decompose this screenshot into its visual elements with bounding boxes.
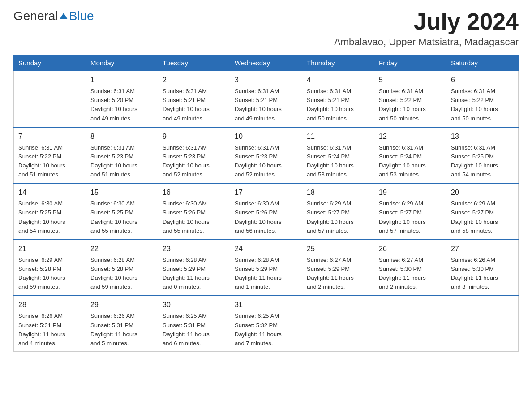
day-number: 25 bbox=[307, 244, 369, 254]
day-info: Sunrise: 6:30 AMSunset: 5:26 PMDaylight:… bbox=[235, 199, 297, 235]
calendar-cell: 19Sunrise: 6:29 AMSunset: 5:27 PMDayligh… bbox=[374, 183, 446, 240]
day-info: Sunrise: 6:29 AMSunset: 5:27 PMDaylight:… bbox=[451, 199, 514, 235]
calendar-cell: 31Sunrise: 6:25 AMSunset: 5:32 PMDayligh… bbox=[230, 295, 302, 351]
day-info: Sunrise: 6:30 AMSunset: 5:25 PMDaylight:… bbox=[18, 199, 81, 235]
day-number: 2 bbox=[163, 75, 225, 86]
day-number: 20 bbox=[451, 187, 514, 198]
day-info: Sunrise: 6:31 AMSunset: 5:21 PMDaylight:… bbox=[163, 87, 225, 123]
calendar-cell: 2Sunrise: 6:31 AMSunset: 5:21 PMDaylight… bbox=[158, 71, 230, 127]
logo: General Blue bbox=[13, 9, 94, 23]
calendar-header-wednesday: Wednesday bbox=[230, 56, 302, 71]
day-number: 23 bbox=[163, 244, 225, 254]
day-info: Sunrise: 6:31 AMSunset: 5:22 PMDaylight:… bbox=[379, 87, 442, 123]
calendar-week-row: 14Sunrise: 6:30 AMSunset: 5:25 PMDayligh… bbox=[14, 183, 519, 240]
day-info: Sunrise: 6:30 AMSunset: 5:25 PMDaylight:… bbox=[90, 199, 153, 235]
calendar-header-sunday: Sunday bbox=[14, 56, 86, 71]
calendar-cell: 30Sunrise: 6:25 AMSunset: 5:31 PMDayligh… bbox=[158, 295, 230, 351]
day-info: Sunrise: 6:25 AMSunset: 5:32 PMDaylight:… bbox=[235, 312, 297, 348]
day-info: Sunrise: 6:31 AMSunset: 5:23 PMDaylight:… bbox=[235, 143, 297, 180]
calendar-cell: 3Sunrise: 6:31 AMSunset: 5:21 PMDaylight… bbox=[230, 71, 302, 127]
day-info: Sunrise: 6:31 AMSunset: 5:20 PMDaylight:… bbox=[90, 87, 153, 123]
title-section: July 2024 Ambalavao, Upper Matsiatra, Ma… bbox=[334, 9, 519, 48]
day-number: 6 bbox=[451, 75, 514, 86]
day-number: 10 bbox=[235, 131, 297, 142]
calendar-cell: 8Sunrise: 6:31 AMSunset: 5:23 PMDaylight… bbox=[86, 127, 158, 184]
day-number: 4 bbox=[307, 75, 369, 86]
day-number: 14 bbox=[18, 187, 81, 198]
day-number: 7 bbox=[18, 131, 81, 142]
calendar-cell: 18Sunrise: 6:29 AMSunset: 5:27 PMDayligh… bbox=[302, 183, 374, 240]
day-info: Sunrise: 6:31 AMSunset: 5:24 PMDaylight:… bbox=[379, 143, 442, 180]
day-number: 5 bbox=[379, 75, 442, 86]
calendar-cell bbox=[302, 295, 374, 351]
calendar-cell: 6Sunrise: 6:31 AMSunset: 5:22 PMDaylight… bbox=[446, 71, 519, 127]
day-info: Sunrise: 6:28 AMSunset: 5:28 PMDaylight:… bbox=[90, 256, 153, 292]
day-info: Sunrise: 6:29 AMSunset: 5:27 PMDaylight:… bbox=[307, 199, 369, 235]
calendar-cell: 16Sunrise: 6:30 AMSunset: 5:26 PMDayligh… bbox=[158, 183, 230, 240]
calendar-cell: 23Sunrise: 6:28 AMSunset: 5:29 PMDayligh… bbox=[158, 240, 230, 296]
day-number: 19 bbox=[379, 187, 442, 198]
calendar-header-monday: Monday bbox=[86, 56, 158, 71]
calendar-cell: 14Sunrise: 6:30 AMSunset: 5:25 PMDayligh… bbox=[14, 183, 86, 240]
day-number: 1 bbox=[90, 75, 153, 86]
calendar-cell: 12Sunrise: 6:31 AMSunset: 5:24 PMDayligh… bbox=[374, 127, 446, 184]
day-info: Sunrise: 6:29 AMSunset: 5:28 PMDaylight:… bbox=[18, 256, 81, 292]
calendar-cell: 4Sunrise: 6:31 AMSunset: 5:21 PMDaylight… bbox=[302, 71, 374, 127]
day-info: Sunrise: 6:26 AMSunset: 5:31 PMDaylight:… bbox=[90, 312, 153, 348]
calendar-cell: 21Sunrise: 6:29 AMSunset: 5:28 PMDayligh… bbox=[14, 240, 86, 296]
day-info: Sunrise: 6:27 AMSunset: 5:30 PMDaylight:… bbox=[379, 256, 442, 292]
day-info: Sunrise: 6:26 AMSunset: 5:31 PMDaylight:… bbox=[18, 312, 81, 348]
day-info: Sunrise: 6:31 AMSunset: 5:21 PMDaylight:… bbox=[307, 87, 369, 123]
calendar-week-row: 28Sunrise: 6:26 AMSunset: 5:31 PMDayligh… bbox=[14, 295, 519, 351]
calendar-cell: 5Sunrise: 6:31 AMSunset: 5:22 PMDaylight… bbox=[374, 71, 446, 127]
day-info: Sunrise: 6:31 AMSunset: 5:24 PMDaylight:… bbox=[307, 143, 369, 180]
calendar-cell bbox=[446, 295, 519, 351]
calendar-week-row: 1Sunrise: 6:31 AMSunset: 5:20 PMDaylight… bbox=[14, 71, 519, 127]
day-info: Sunrise: 6:27 AMSunset: 5:29 PMDaylight:… bbox=[307, 256, 369, 292]
calendar-table: SundayMondayTuesdayWednesdayThursdayFrid… bbox=[13, 55, 519, 352]
calendar-cell: 9Sunrise: 6:31 AMSunset: 5:23 PMDaylight… bbox=[158, 127, 230, 184]
day-number: 3 bbox=[235, 75, 297, 86]
calendar-cell: 27Sunrise: 6:26 AMSunset: 5:30 PMDayligh… bbox=[446, 240, 519, 296]
day-number: 8 bbox=[90, 131, 153, 142]
location-subtitle: Ambalavao, Upper Matsiatra, Madagascar bbox=[334, 36, 519, 48]
day-number: 24 bbox=[235, 244, 297, 254]
day-number: 11 bbox=[307, 131, 369, 142]
month-year-title: July 2024 bbox=[334, 9, 519, 34]
calendar-week-row: 21Sunrise: 6:29 AMSunset: 5:28 PMDayligh… bbox=[14, 240, 519, 296]
day-number: 30 bbox=[163, 300, 225, 310]
logo-general: General bbox=[13, 9, 58, 23]
day-number: 17 bbox=[235, 187, 297, 198]
day-info: Sunrise: 6:31 AMSunset: 5:22 PMDaylight:… bbox=[451, 87, 514, 123]
page-header: General Blue July 2024 Ambalavao, Upper … bbox=[13, 9, 519, 48]
day-info: Sunrise: 6:31 AMSunset: 5:23 PMDaylight:… bbox=[163, 143, 225, 180]
calendar-header-friday: Friday bbox=[374, 56, 446, 71]
calendar-cell: 7Sunrise: 6:31 AMSunset: 5:22 PMDaylight… bbox=[14, 127, 86, 184]
calendar-cell: 20Sunrise: 6:29 AMSunset: 5:27 PMDayligh… bbox=[446, 183, 519, 240]
day-number: 18 bbox=[307, 187, 369, 198]
day-number: 16 bbox=[163, 187, 225, 198]
day-number: 21 bbox=[18, 244, 81, 254]
day-info: Sunrise: 6:31 AMSunset: 5:23 PMDaylight:… bbox=[90, 143, 153, 180]
day-number: 12 bbox=[379, 131, 442, 142]
day-info: Sunrise: 6:25 AMSunset: 5:31 PMDaylight:… bbox=[163, 312, 225, 348]
logo-arrow-icon bbox=[59, 11, 69, 21]
day-number: 31 bbox=[235, 300, 297, 310]
calendar-cell bbox=[14, 71, 86, 127]
calendar-header-row: SundayMondayTuesdayWednesdayThursdayFrid… bbox=[14, 56, 519, 71]
calendar-cell bbox=[374, 295, 446, 351]
day-info: Sunrise: 6:31 AMSunset: 5:22 PMDaylight:… bbox=[18, 143, 81, 180]
calendar-cell: 1Sunrise: 6:31 AMSunset: 5:20 PMDaylight… bbox=[86, 71, 158, 127]
svg-marker-0 bbox=[60, 13, 68, 19]
calendar-cell: 25Sunrise: 6:27 AMSunset: 5:29 PMDayligh… bbox=[302, 240, 374, 296]
day-info: Sunrise: 6:29 AMSunset: 5:27 PMDaylight:… bbox=[379, 199, 442, 235]
calendar-cell: 11Sunrise: 6:31 AMSunset: 5:24 PMDayligh… bbox=[302, 127, 374, 184]
calendar-cell: 15Sunrise: 6:30 AMSunset: 5:25 PMDayligh… bbox=[86, 183, 158, 240]
calendar-header-thursday: Thursday bbox=[302, 56, 374, 71]
day-info: Sunrise: 6:31 AMSunset: 5:25 PMDaylight:… bbox=[451, 143, 514, 180]
calendar-cell: 22Sunrise: 6:28 AMSunset: 5:28 PMDayligh… bbox=[86, 240, 158, 296]
calendar-header-saturday: Saturday bbox=[446, 56, 519, 71]
day-number: 9 bbox=[163, 131, 225, 142]
day-info: Sunrise: 6:30 AMSunset: 5:26 PMDaylight:… bbox=[163, 199, 225, 235]
day-info: Sunrise: 6:26 AMSunset: 5:30 PMDaylight:… bbox=[451, 256, 514, 292]
